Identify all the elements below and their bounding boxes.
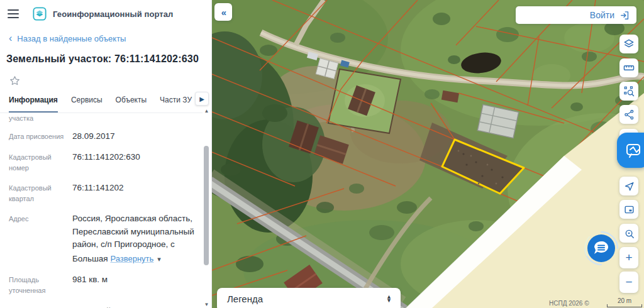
feedback-bubble-button[interactable] <box>617 133 644 168</box>
chat-button[interactable] <box>583 230 619 267</box>
scrollbar-track[interactable] <box>203 114 211 302</box>
tab-services[interactable]: Сервисы <box>71 96 103 113</box>
info-row-label: Дата присвоения <box>9 130 72 143</box>
info-row-value: 76:11:141202:630 <box>72 151 196 173</box>
menu-icon[interactable] <box>8 9 19 18</box>
page-title: Земельный участок: 76:11:141202:630 <box>6 53 203 65</box>
info-row-assignment-date: Дата присвоения 28.09.2017 <box>9 130 196 143</box>
scroll-up-icon[interactable]: ▲ <box>204 108 209 114</box>
legend-expand-icon: ▲▼ <box>386 295 392 302</box>
info-row-label: Адрес <box>9 212 72 265</box>
info-row-label: Статус <box>9 305 72 308</box>
scroll-down-icon[interactable]: ▼ <box>204 302 209 308</box>
scale-label: 20 m <box>607 298 642 304</box>
info-row-area: Площадь уточненная 981 кв. м <box>9 273 196 296</box>
double-chevron-left-icon: « <box>221 7 225 18</box>
expand-address-link[interactable]: Развернуть <box>110 253 153 265</box>
document-bubble-icon <box>625 141 642 159</box>
object-search-button[interactable] <box>619 82 638 101</box>
info-row-cadastral-number: Кадастровый номер 76:11:141202:630 <box>9 151 196 173</box>
favorite-star-icon[interactable] <box>8 74 21 87</box>
geolocation-arrow-icon <box>623 180 635 192</box>
map-scale: 20 m <box>607 298 642 307</box>
tabs-scroll-right-button[interactable]: ▶ <box>195 92 209 106</box>
legend-toggle[interactable]: Легенда ▲▼ <box>217 288 401 308</box>
tab-parcel-parts[interactable]: Части ЗУ <box>160 96 192 113</box>
back-link[interactable]: ‹ Назад в найденные объекты <box>9 33 203 43</box>
sidebar-scrollbar[interactable]: ▲ ▼ <box>203 108 211 308</box>
scrollbar-thumb[interactable] <box>204 146 209 265</box>
info-row-status: Статус Учтенный <box>9 305 196 308</box>
map-attribution: НСПД 2026 © <box>549 300 589 307</box>
zoom-in-button[interactable]: + <box>619 247 638 268</box>
layers-icon <box>623 38 635 50</box>
info-row-label: Кадастровый номер <box>9 151 72 173</box>
map-area: « Войти <box>212 0 644 308</box>
info-row-address: Адрес Россия, Ярославская область, Перес… <box>9 212 196 265</box>
scale-line <box>607 304 642 307</box>
share-icon <box>623 109 635 121</box>
aerial-map[interactable] <box>212 0 644 308</box>
object-search-icon <box>623 85 635 97</box>
sidebar-header: Геоинформационный портал <box>0 0 211 21</box>
info-row-value: Учтенный <box>72 305 196 308</box>
info-row-value: 28.09.2017 <box>72 130 196 143</box>
collapse-sidebar-button[interactable]: « <box>214 3 232 21</box>
sidebar-panel: Геоинформационный портал ‹ Назад в найде… <box>0 0 212 308</box>
info-row-label: Площадь уточненная <box>9 273 72 296</box>
back-chevron-icon: ‹ <box>9 33 12 43</box>
share-button[interactable] <box>619 105 638 124</box>
search-area-icon <box>623 228 635 239</box>
geoportal-app: Геоинформационный портал ‹ Назад в найде… <box>0 0 644 308</box>
tab-objects[interactable]: Объекты <box>116 96 147 113</box>
info-row-value: 981 кв. м <box>72 273 196 296</box>
ruler-icon <box>623 62 635 74</box>
back-link-label: Назад в найденные объекты <box>17 34 126 43</box>
layers-button[interactable] <box>619 35 638 53</box>
search-area-button[interactable] <box>619 224 638 243</box>
tabs-bar: Информация Сервисы Объекты Части ЗУ Сост… <box>0 96 203 113</box>
info-panel: участка Дата присвоения 28.09.2017 Кадас… <box>0 113 211 308</box>
info-row-value: 76:11:141202 <box>72 182 196 204</box>
login-icon <box>619 10 630 21</box>
truncated-row-label: участка <box>9 114 196 122</box>
chevron-down-icon: ▾ <box>157 254 161 265</box>
login-button[interactable]: Войти <box>516 6 636 24</box>
legend-label: Легенда <box>227 294 386 304</box>
login-label: Войти <box>590 10 614 20</box>
zoom-out-button[interactable]: − <box>619 272 638 293</box>
overview-map-icon <box>623 204 635 216</box>
overview-map-button[interactable] <box>619 200 638 219</box>
info-row-cadastral-quarter: Кадастровый квартал 76:11:141202 <box>9 182 196 204</box>
tab-information[interactable]: Информация <box>9 96 58 113</box>
geolocation-button[interactable] <box>619 177 638 195</box>
info-row-label: Кадастровый квартал <box>9 182 72 204</box>
portal-logo-icon[interactable] <box>33 7 47 21</box>
portal-title: Геоинформационный портал <box>53 9 173 19</box>
measure-button[interactable] <box>619 58 638 77</box>
info-row-value: Россия, Ярославская область, Переславски… <box>72 212 196 265</box>
